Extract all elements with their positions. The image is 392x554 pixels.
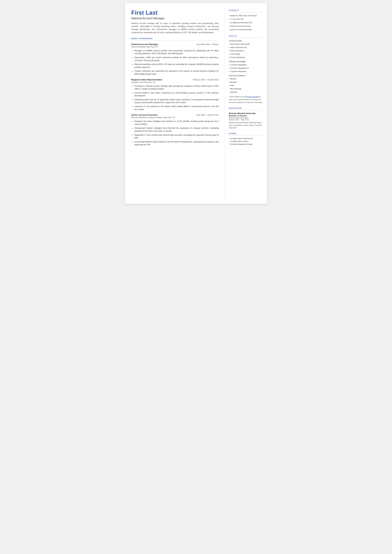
job-1: National Account Manager November 2015 –… (131, 43, 219, 76)
skill-tool-5: • QlikView (229, 91, 263, 94)
edu-degree: Bachelor of Science (229, 115, 263, 117)
skills-divider (229, 38, 263, 38)
job-3-bullet-1: Designed new sales strategies that resul… (131, 120, 219, 126)
job-3-bullets: Designed new sales strategies that resul… (131, 120, 219, 146)
job-1-bullet-3: Reduced operating costs by 80% in 55 day… (131, 63, 219, 69)
contact-email: • email@resumeworded.com (229, 21, 263, 24)
edu-field: Business Administration (229, 117, 263, 119)
job-1-company: Resume Worded, New York, NY (131, 46, 219, 48)
contact-email-text: email@resumeworded.com (230, 21, 252, 24)
contact-phone-text: +1-234-456-789 (230, 18, 243, 21)
job-2-bullets: Promoted to national account manager aft… (131, 85, 219, 111)
job-2-bullet-3: Extended product line into 15 high-profi… (131, 98, 219, 104)
education-label: EDUCATION (229, 107, 263, 109)
contact-linkedin-text: linkedin.com/in/username (230, 25, 251, 28)
skills-tip: • Don't forget to use Resume Worded to s… (229, 95, 263, 104)
job-1-bullet-2: Supervised a $40K per month investment p… (131, 56, 219, 62)
job-3-dates: June 2010 – January 2013 (196, 114, 219, 116)
contact-label: CONTACT (229, 9, 263, 11)
contact-location-text: Baltimore, MD (Open to Remote) (230, 14, 257, 17)
work-experience-divider (131, 40, 219, 41)
skill-tech-1: • Direct Sales (Advanced) (229, 43, 263, 46)
job-1-bullet-4: Trained, mentored, and supervised the op… (131, 70, 219, 76)
contact-github[interactable]: • github.com/resumeworded (229, 28, 263, 31)
job-2-company: Growthsi, San Francisco, CA (131, 81, 219, 83)
other-item-3: • Certified Negotiation Expert. (229, 143, 263, 146)
contact-bullet-4: • (229, 25, 230, 28)
job-2-title: Regional Sales Representative (131, 78, 162, 81)
job-3-bullet-3: Negotiated 17 new contracts with several… (131, 133, 219, 140)
contact-section: CONTACT • Baltimore, MD (Open to Remote)… (229, 9, 263, 31)
job-3-header: Senior Account Executive June 2010 – Jan… (131, 114, 219, 116)
skill-tool-2: • Marketo (229, 81, 263, 84)
contact-bullet-5: • (229, 28, 230, 31)
other-divider (229, 135, 263, 136)
contact-bullet-3: • (229, 21, 230, 24)
job-1-bullets: Managed an $800M revenue portfolio and s… (131, 49, 219, 76)
industry-skills-label: Industry Knowledge: (229, 61, 263, 63)
job-3: Senior Account Executive June 2010 – Jan… (131, 114, 219, 146)
contact-github-text: github.com/resumeworded (230, 28, 252, 31)
technical-skills-label: Technical Skills: (229, 40, 263, 42)
job-3-bullet-2: Championed creative strategies that enha… (131, 127, 219, 133)
tools-skills-label: Tools and Software: (229, 75, 263, 77)
job-2-bullet-2: Secured $10M in new clients' businesses … (131, 91, 219, 97)
job-3-title: Senior Account Executive (131, 114, 158, 116)
job-1-header: National Account Manager November 2015 –… (131, 43, 219, 45)
work-experience-label: WORK EXPERIENCE (131, 38, 219, 40)
contact-divider (229, 12, 263, 13)
skill-tech-4: • Cold Calling (229, 53, 263, 56)
job-1-bullet-1: Managed an $800M revenue portfolio and s… (131, 49, 219, 55)
job-2: Regional Sales Representative February 2… (131, 78, 219, 111)
skill-tool-3: • SAS (229, 84, 263, 87)
job-2-dates: February 2013 – October 2015 (193, 79, 219, 81)
education-divider (229, 110, 263, 110)
skills-label: SKILLS (229, 35, 263, 37)
skill-industry-1: • Contract Negotiation (229, 63, 263, 66)
resume-page: First Last National Account Manager Nati… (125, 3, 267, 204)
edu-school: Resume Worded University (229, 112, 263, 114)
skill-industry-3: • Customer Retention (229, 70, 263, 73)
education-section: EDUCATION Resume Worded University Bache… (229, 107, 263, 129)
other-section: OTHER • Certified Sales Professional. • … (229, 133, 263, 146)
job-1-title: National Account Manager (131, 43, 158, 45)
job-title-header: National Account Manager (131, 17, 219, 20)
job-2-header: Regional Sales Representative February 2… (131, 78, 219, 81)
skill-tech-3: • Sales Operations (229, 49, 263, 52)
name-section: First Last National Account Manager (131, 9, 219, 20)
edu-location: Boston, MA — May 2010 (229, 119, 263, 121)
edu-awards: Awards: Resume Worded Teaching Fellow (o… (229, 121, 263, 129)
tip-text: Don't forget to use (230, 96, 245, 98)
resume-worded-link[interactable]: Resume Worded (245, 96, 259, 98)
contact-phone: • +1-234-456-789 (229, 18, 263, 21)
right-column: CONTACT • Baltimore, MD (Open to Remote)… (224, 3, 267, 204)
job-2-bullet-4: Launched 37 new products to the market, … (131, 105, 219, 111)
summary-text: National account manager with 10 years o… (131, 22, 219, 34)
full-name: First Last (131, 9, 219, 16)
skills-section: SKILLS Technical Skills: • Direct Sales … (229, 35, 263, 104)
skill-tech-2: • Sales (Experienced) (229, 46, 263, 49)
skill-tool-1: • Minitab (229, 77, 263, 80)
contact-bullet-2: • (229, 18, 230, 21)
contact-bullet-1: • (229, 14, 230, 17)
other-item-2: • Certified Sales Trainer. (229, 140, 263, 143)
job-3-bullet-4: Accumulated $23M in sales revenue in the… (131, 140, 219, 146)
left-column: First Last National Account Manager Nati… (125, 3, 224, 204)
job-3-company: Resume Worded's Exciting Company, New Yo… (131, 116, 219, 119)
job-1-dates: November 2015 – Present (196, 43, 219, 45)
skill-tool-4: • MicroStrategy (229, 87, 263, 90)
other-label: OTHER (229, 133, 263, 134)
contact-location: • Baltimore, MD (Open to Remote) (229, 14, 263, 17)
other-item-1: • Certified Sales Professional. (229, 138, 263, 140)
contact-linkedin[interactable]: • linkedin.com/in/username (229, 25, 263, 28)
job-2-bullet-1: Promoted to national account manager aft… (131, 85, 219, 91)
skill-industry-2: • Inventory Management (229, 67, 263, 70)
skill-tech-5: • Product Marketing (229, 56, 263, 59)
